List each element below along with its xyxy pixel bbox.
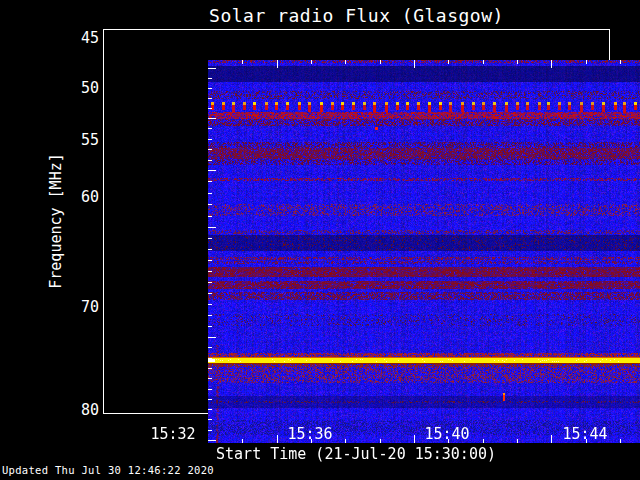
spectrogram-canvas [208, 60, 640, 443]
y-tick-label: 45 [55, 30, 99, 46]
x-tick-label: 15:36 [270, 426, 350, 442]
plot-frame [103, 29, 610, 414]
x-tick-label: 15:32 [133, 426, 213, 442]
update-timestamp: Updated Thu Jul 30 12:46:22 2020 [2, 464, 214, 476]
y-tick-label: 80 [55, 402, 99, 418]
y-tick-label: 70 [55, 299, 99, 315]
y-tick-label: 55 [55, 132, 99, 148]
x-tick-label: 15:44 [545, 426, 625, 442]
x-axis-title: Start Time (21-Jul-20 15:30:00) [156, 445, 556, 463]
spectrogram-page: Solar radio Flux (Glasgow) Frequency [MH… [0, 0, 640, 480]
page-title: Solar radio Flux (Glasgow) [103, 5, 610, 26]
y-tick-label: 50 [55, 80, 99, 96]
x-tick-label: 15:40 [407, 426, 487, 442]
y-axis-title: Frequency [MHz] [47, 153, 65, 288]
y-tick-label: 60 [55, 189, 99, 205]
